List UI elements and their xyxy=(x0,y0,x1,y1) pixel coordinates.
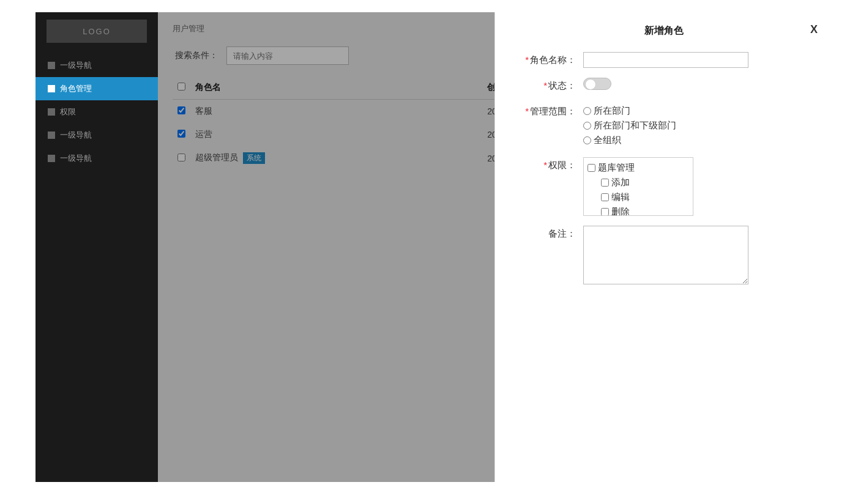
perm-checkbox[interactable] xyxy=(601,208,609,216)
label-scope: 管理范围： xyxy=(530,106,576,116)
app-root: LOGO 一级导航 角色管理 权限 一级导航 一级导航 用户管理 搜索条件： 角… xyxy=(35,12,832,482)
required-mark: * xyxy=(543,80,547,91)
square-icon xyxy=(48,132,55,139)
perm-checkbox[interactable] xyxy=(588,164,595,172)
label-status: 状态： xyxy=(548,80,576,91)
col-role-name: 角色名 xyxy=(190,76,482,100)
perm-child-1[interactable]: 编辑 xyxy=(588,190,689,204)
perm-checkbox[interactable] xyxy=(601,179,609,187)
sidebar-item-label: 一级导航 xyxy=(60,60,92,71)
row-checkbox[interactable] xyxy=(177,106,185,114)
required-mark: * xyxy=(525,106,529,116)
sidebar-item-label: 一级导航 xyxy=(60,153,92,164)
scope-option-1[interactable]: 所在部门和下级部门 xyxy=(583,118,814,133)
sidebar-item-3[interactable]: 一级导航 xyxy=(35,124,158,147)
radio-input[interactable] xyxy=(583,136,591,144)
scope-option-2[interactable]: 全组织 xyxy=(583,133,814,147)
radio-label: 全组织 xyxy=(594,133,621,147)
note-textarea[interactable] xyxy=(583,226,748,284)
perm-child-2[interactable]: 删除 xyxy=(588,204,689,216)
perm-label: 题库管理 xyxy=(598,160,635,175)
status-toggle[interactable] xyxy=(583,78,611,90)
role-name: 客服 xyxy=(195,106,212,116)
row-status: *状态： xyxy=(513,78,814,94)
scope-radio-group: 所在部门 所在部门和下级部门 全组织 xyxy=(581,103,814,147)
required-mark: * xyxy=(525,54,529,65)
role-name: 运营 xyxy=(195,129,212,139)
search-label: 搜索条件： xyxy=(175,50,218,61)
drawer-title: 新增角色 xyxy=(513,24,814,37)
sidebar: LOGO 一级导航 角色管理 权限 一级导航 一级导航 xyxy=(35,12,158,482)
row-permission: *权限： 题库管理 添加 编辑 删除 xyxy=(513,157,814,216)
label-note: 备注： xyxy=(548,228,576,239)
role-name: 超级管理员 xyxy=(195,152,238,162)
perm-label: 删除 xyxy=(611,204,630,216)
row-scope: *管理范围： 所在部门 所在部门和下级部门 全组织 xyxy=(513,103,814,147)
radio-label: 所在部门和下级部门 xyxy=(594,118,676,133)
logo: LOGO xyxy=(47,20,147,43)
role-name-input[interactable] xyxy=(583,52,748,68)
sidebar-item-0[interactable]: 一级导航 xyxy=(35,54,158,77)
sidebar-item-4[interactable]: 一级导航 xyxy=(35,147,158,170)
search-input[interactable] xyxy=(226,46,349,65)
add-role-drawer: 新增角色 X *角色名称： *状态： *管理范围： 所在部门 所在部门和下级部门… xyxy=(494,12,832,482)
select-all-checkbox[interactable] xyxy=(177,83,185,91)
radio-label: 所在部门 xyxy=(594,103,630,118)
square-icon xyxy=(48,108,55,116)
row-checkbox[interactable] xyxy=(177,154,185,161)
label-permission: 权限： xyxy=(548,160,576,170)
permission-tree[interactable]: 题库管理 添加 编辑 删除 xyxy=(583,157,693,216)
perm-child-0[interactable]: 添加 xyxy=(588,175,689,190)
sidebar-item-label: 一级导航 xyxy=(60,130,92,141)
radio-input[interactable] xyxy=(583,122,591,130)
sidebar-item-label: 权限 xyxy=(60,106,76,117)
header-checkbox-cell xyxy=(173,76,190,100)
sidebar-item-2[interactable]: 权限 xyxy=(35,100,158,124)
perm-label: 编辑 xyxy=(611,190,630,204)
row-checkbox[interactable] xyxy=(177,130,185,138)
required-mark: * xyxy=(543,160,547,170)
perm-root[interactable]: 题库管理 xyxy=(588,160,689,175)
square-icon xyxy=(48,85,55,92)
close-button[interactable]: X xyxy=(810,23,818,36)
row-role-name: *角色名称： xyxy=(513,52,814,68)
scope-option-0[interactable]: 所在部门 xyxy=(583,103,814,118)
perm-checkbox[interactable] xyxy=(601,193,609,201)
radio-input[interactable] xyxy=(583,107,591,115)
square-icon xyxy=(48,155,55,162)
sidebar-item-label: 角色管理 xyxy=(60,83,92,94)
square-icon xyxy=(48,62,55,69)
sidebar-nav: 一级导航 角色管理 权限 一级导航 一级导航 xyxy=(35,54,158,170)
label-role-name: 角色名称： xyxy=(530,54,576,65)
system-badge: 系统 xyxy=(243,152,265,164)
sidebar-item-roles[interactable]: 角色管理 xyxy=(35,77,158,100)
row-note: 备注： xyxy=(513,226,814,286)
perm-label: 添加 xyxy=(611,175,630,190)
